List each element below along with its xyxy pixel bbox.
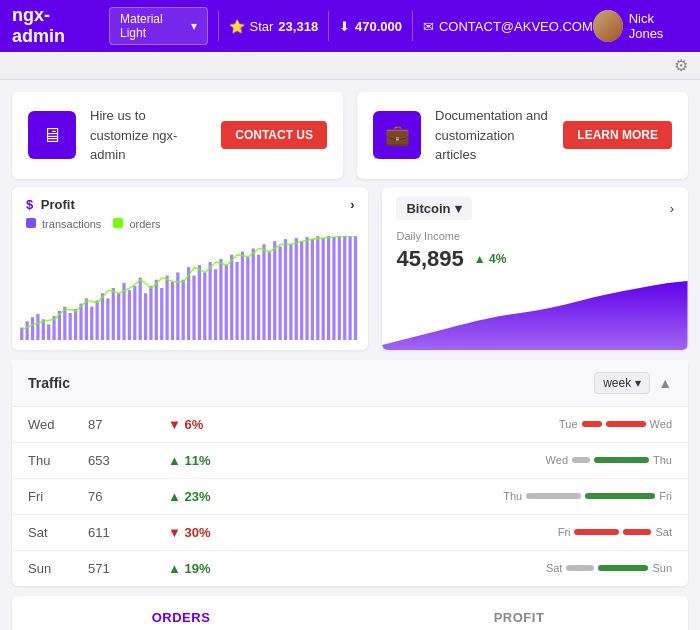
svg-rect-15 xyxy=(101,293,104,340)
svg-rect-3 xyxy=(36,314,39,340)
svg-rect-37 xyxy=(219,258,222,339)
traffic-pct: ▲ 11% xyxy=(152,442,252,478)
svg-rect-39 xyxy=(230,254,233,339)
profit-title: $ Profit xyxy=(26,197,75,212)
bitcoin-amount: 45,895 xyxy=(396,246,463,272)
orders-dot xyxy=(113,218,123,228)
theme-label: Material Light xyxy=(120,12,187,40)
svg-rect-30 xyxy=(182,279,185,339)
logo: ngx-admin xyxy=(12,5,97,47)
svg-rect-44 xyxy=(257,254,260,339)
traffic-row-0: Wed 87 ▼ 6% Tue Wed xyxy=(12,407,688,443)
promo-card-0: 🖥 Hire us to customize ngx-admin CONTACT… xyxy=(12,92,343,179)
bitcoin-header: Bitcoin ▾ › xyxy=(382,187,688,226)
bitcoin-pct: ▲ 4% xyxy=(474,252,507,266)
legend-item-orders: orders xyxy=(113,218,160,230)
contact-us-button[interactable]: CONTACT US xyxy=(221,121,327,149)
username: Nick Jones xyxy=(629,11,688,41)
svg-rect-21 xyxy=(133,285,136,339)
traffic-num: 653 xyxy=(72,442,152,478)
svg-rect-38 xyxy=(225,265,228,340)
traffic-controls: week ▾ ▲ xyxy=(594,372,672,394)
traffic-row-3: Sat 611 ▼ 30% Fri Sat xyxy=(12,514,688,550)
mini-bar-left xyxy=(582,421,602,427)
gear-icon[interactable]: ⚙ xyxy=(674,56,688,75)
bitcoin-label: Bitcoin xyxy=(406,201,450,216)
svg-rect-1 xyxy=(26,321,29,340)
traffic-day: Sun xyxy=(12,550,72,586)
mini-bar-right xyxy=(606,421,646,427)
promo-icon-1: 💼 xyxy=(373,111,421,159)
traffic-bar-chart: Thu Fri xyxy=(252,478,688,514)
svg-rect-34 xyxy=(203,272,206,340)
collapse-icon[interactable]: ▲ xyxy=(658,375,672,391)
avatar[interactable] xyxy=(593,10,623,42)
profit-legend: transactions orders xyxy=(12,218,368,236)
traffic-num: 76 xyxy=(72,478,152,514)
promo-cards: 🖥 Hire us to customize ngx-admin CONTACT… xyxy=(0,80,700,187)
traffic-day: Thu xyxy=(12,442,72,478)
svg-rect-50 xyxy=(289,244,292,340)
svg-rect-55 xyxy=(316,236,319,340)
gear-bar: ⚙ xyxy=(0,52,700,80)
svg-rect-5 xyxy=(47,324,50,340)
download-icon: ⬇ xyxy=(339,19,350,34)
traffic-pct: ▲ 23% xyxy=(152,478,252,514)
svg-rect-17 xyxy=(112,288,115,340)
svg-rect-12 xyxy=(85,298,88,340)
week-selector[interactable]: week ▾ xyxy=(594,372,650,394)
svg-rect-25 xyxy=(155,279,158,339)
orders-label: orders xyxy=(129,218,160,230)
bitcoin-next-icon[interactable]: › xyxy=(670,201,674,216)
promo-text-0: Hire us to customize ngx-admin xyxy=(90,106,207,165)
transactions-label: transactions xyxy=(42,218,101,230)
traffic-pct: ▼ 6% xyxy=(152,407,252,443)
chevron-down-icon: ▾ xyxy=(455,201,462,216)
traffic-row-1: Thu 653 ▲ 11% Wed Thu xyxy=(12,442,688,478)
svg-rect-45 xyxy=(262,244,265,340)
mini-bar-right xyxy=(623,529,651,535)
svg-rect-36 xyxy=(214,269,217,340)
bitcoin-selector[interactable]: Bitcoin ▾ xyxy=(396,197,471,220)
bar-right-label: Sun xyxy=(652,562,672,574)
svg-rect-27 xyxy=(165,275,168,339)
traffic-pct: ▲ 19% xyxy=(152,550,252,586)
traffic-bar-chart: Wed Thu xyxy=(252,442,688,478)
email-icon: ✉ xyxy=(423,19,434,34)
tab-profit[interactable]: PROFIT xyxy=(350,596,688,631)
traffic-num: 611 xyxy=(72,514,152,550)
dollar-icon: $ xyxy=(26,197,33,212)
stars-stat: ⭐ Star 23,318 xyxy=(229,19,319,34)
profit-label: Profit xyxy=(41,197,75,212)
chevron-right-icon[interactable]: › xyxy=(350,197,354,212)
theme-selector[interactable]: Material Light ▾ xyxy=(109,7,208,45)
svg-rect-20 xyxy=(128,290,131,340)
mini-bar-left xyxy=(566,565,594,571)
chevron-down-icon: ▾ xyxy=(191,19,197,33)
svg-rect-46 xyxy=(268,251,271,339)
bar-right-label: Sat xyxy=(655,526,672,538)
traffic-section: Traffic week ▾ ▲ Wed 87 ▼ 6% Tue Wed Thu xyxy=(12,360,688,586)
learn-more-button[interactable]: LEARN MORE xyxy=(563,121,672,149)
week-label: week xyxy=(603,376,631,390)
tab-orders[interactable]: ORDERS xyxy=(12,596,350,631)
svg-rect-43 xyxy=(252,248,255,340)
traffic-title: Traffic xyxy=(28,375,70,391)
svg-rect-53 xyxy=(305,237,308,340)
svg-rect-61 xyxy=(348,236,351,340)
bar-left-label: Thu xyxy=(503,490,522,502)
svg-rect-24 xyxy=(149,285,152,339)
bar-right-label: Wed xyxy=(650,418,672,430)
svg-rect-18 xyxy=(117,293,120,340)
svg-rect-41 xyxy=(241,251,244,339)
download-stat: ⬇ 470.000 xyxy=(339,19,402,34)
mini-bar-right xyxy=(594,457,649,463)
download-count: 470.000 xyxy=(355,19,402,34)
traffic-num: 571 xyxy=(72,550,152,586)
svg-rect-52 xyxy=(300,241,303,340)
traffic-day: Wed xyxy=(12,407,72,443)
bar-right-label: Thu xyxy=(653,454,672,466)
bitcoin-panel: Bitcoin ▾ › Daily Income 45,895 ▲ 4% xyxy=(382,187,688,350)
profit-header: $ Profit › xyxy=(12,187,368,218)
svg-rect-32 xyxy=(192,275,195,339)
